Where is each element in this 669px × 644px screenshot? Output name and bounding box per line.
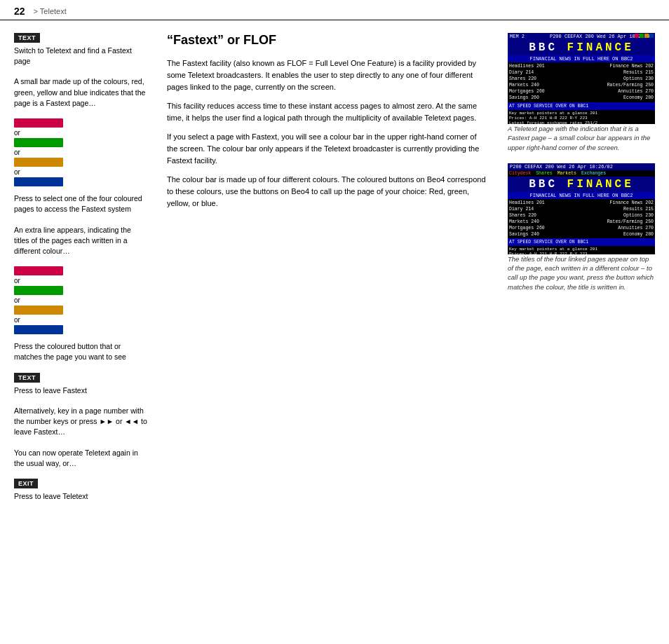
tt-finance-2: FINANCE bbox=[567, 178, 634, 191]
colour-bar-row-or3: or bbox=[14, 168, 147, 176]
tt-finance-1: FINANCE bbox=[567, 41, 634, 54]
blue-bar bbox=[14, 177, 63, 186]
sidebar-block-6: TEXT Press to leave Fastext bbox=[14, 373, 147, 396]
main-text-area: “Fastext” or FLOF The Fastext facility (… bbox=[154, 33, 501, 512]
tt-speed-1: AT SPEED SERVICE OVER ON BBC1 bbox=[508, 102, 655, 110]
text-button[interactable]: TEXT bbox=[14, 33, 40, 43]
header: 22 > Teletext bbox=[0, 0, 669, 20]
main-para-1: The Fastext facility (also known as FLOF… bbox=[167, 57, 488, 93]
tt-top-bar-1: MEM 2 P200 CEEFAX 200 Wed 26 Apr 10:24/9… bbox=[508, 33, 655, 40]
tab-shares: Shares bbox=[536, 171, 552, 176]
tt-footer-1: Key market pointers at a glance 201 Pric… bbox=[508, 110, 655, 124]
tt-top-bar-2: P200 CEEFAX 200 Wed 26 Apr 10:26/02 bbox=[508, 163, 655, 170]
red-bar bbox=[14, 118, 63, 128]
tt-title-bar-2: BBC FINANCE bbox=[508, 177, 655, 192]
sidebar-block-9: EXIT Press to leave Teletext bbox=[14, 479, 147, 502]
breadcrumb: > Teletext bbox=[34, 7, 67, 15]
tt-speed-2: AT SPEED SERVICE OVER ON BBC1 bbox=[508, 238, 655, 246]
tt-bbc-1: BBC bbox=[529, 41, 567, 54]
sidebar-block-3: or or or bbox=[14, 118, 147, 214]
main-para-4: The colour bar is made up of four differ… bbox=[167, 174, 488, 210]
teletext-image-2: P200 CEEFAX 200 Wed 26 Apr 10:26/02 City… bbox=[508, 163, 655, 292]
indicator-red bbox=[635, 34, 639, 38]
page-number: 22 bbox=[14, 6, 25, 17]
teletext-image-1: MEM 2 P200 CEEFAX 200 Wed 26 Apr 10:24/9… bbox=[508, 33, 655, 152]
colour-bar-row2-or1: or bbox=[14, 277, 147, 285]
exit-button[interactable]: EXIT bbox=[14, 479, 38, 488]
green-bar-2 bbox=[14, 286, 63, 295]
tt-top-bar-text-1: MEM 2 bbox=[510, 34, 525, 39]
colour-bar-row-red bbox=[14, 118, 147, 128]
yellow-bar bbox=[14, 158, 63, 167]
tt-content-1: Headlines 201Finance News 202 Diary 214R… bbox=[508, 62, 655, 102]
left-sidebar: TEXT Switch to Teletext and find a Faste… bbox=[14, 33, 154, 512]
colour-bar-group-1: or or or bbox=[14, 118, 147, 186]
tt-footer-2: Key market pointers at a glance 201 Pric… bbox=[508, 246, 655, 254]
colour-bar-row-or1: or bbox=[14, 129, 147, 137]
content-area: TEXT Switch to Teletext and find a Faste… bbox=[0, 20, 669, 526]
green-bar bbox=[14, 138, 63, 147]
sidebar-block-1: TEXT Switch to Teletext and find a Faste… bbox=[14, 33, 147, 67]
colour-bar-group-2: or or or bbox=[14, 266, 147, 334]
colour-bar-row-green bbox=[14, 138, 147, 147]
sidebar-block-5: or or or bbox=[14, 266, 147, 362]
tt-caption-2: The titles of the four linked pages appe… bbox=[508, 254, 655, 292]
sidebar-text-4: An extra line appears, indicating the ti… bbox=[14, 225, 147, 257]
sidebar-block-8: You can now operate Teletext again in th… bbox=[14, 448, 147, 469]
page-wrapper: 22 > Teletext TEXT Switch to Teletext an… bbox=[0, 0, 669, 644]
sidebar-block-7: Alternatively, key in a page number with… bbox=[14, 406, 147, 438]
images-wrapper: MEM 2 P200 CEEFAX 200 Wed 26 Apr 10:24/9… bbox=[508, 33, 655, 292]
sidebar-block-4: An extra line appears, indicating the ti… bbox=[14, 225, 147, 257]
colour-bar-row2-or3: or bbox=[14, 316, 147, 324]
sidebar-text-3: Press to select one of the four coloured… bbox=[14, 193, 147, 214]
sidebar-text-9: Press to leave Teletext bbox=[14, 491, 147, 502]
tt-subtitle-2: FINANCIAL NEWS IN FULL HERE ON BBC2 bbox=[508, 192, 655, 199]
tt-screen-2: P200 CEEFAX 200 Wed 26 Apr 10:26/02 City… bbox=[508, 163, 655, 254]
main-para-2: This facility reduces access time to the… bbox=[167, 100, 488, 124]
tab-markets: Markets bbox=[558, 171, 576, 176]
indicator-green bbox=[640, 34, 644, 38]
colour-indicator-1 bbox=[635, 34, 654, 38]
tt-content-2: Headlines 201Finance News 202 Diary 214R… bbox=[508, 199, 655, 239]
tt-caption-1: A Teletext page with the indication that… bbox=[508, 124, 655, 152]
main-para-3: If you select a page with Fastext, you w… bbox=[167, 131, 488, 167]
yellow-bar-2 bbox=[14, 306, 63, 315]
sidebar-text-1: Switch to Teletext and find a Fastext pa… bbox=[14, 46, 147, 67]
right-images: MEM 2 P200 CEEFAX 200 Wed 26 Apr 10:24/9… bbox=[501, 33, 655, 512]
colour-bar-row-blue bbox=[14, 177, 147, 186]
blue-bar-2 bbox=[14, 325, 63, 334]
sidebar-text-7: Alternatively, key in a page number with… bbox=[14, 406, 147, 438]
colour-bar-row2-blue bbox=[14, 325, 147, 334]
colour-bar-row-yellow bbox=[14, 158, 147, 167]
section-heading: “Fastext” or FLOF bbox=[167, 33, 488, 48]
sidebar-text-5: Press the coloured button that or matche… bbox=[14, 341, 147, 362]
tt-top-bar-text-2: P200 CEEFAX 200 Wed 26 Apr 10:26/02 bbox=[510, 164, 613, 170]
tt-bbc-2: BBC bbox=[529, 178, 567, 191]
red-bar-2 bbox=[14, 266, 63, 275]
sidebar-block-2: A small bar made up of the colours, red,… bbox=[14, 76, 147, 109]
tt-subtitle-1: FINANCIAL NEWS IN FULL HERE ON BBC2 bbox=[508, 55, 655, 62]
tt-title-bar-1: BBC FINANCE bbox=[508, 40, 655, 55]
text-button-2[interactable]: TEXT bbox=[14, 373, 40, 383]
colour-bar-row2-red bbox=[14, 266, 147, 275]
colour-bar-row2-yellow bbox=[14, 306, 147, 315]
colour-bar-row2-green bbox=[14, 286, 147, 295]
sidebar-text-2: A small bar made up of the colours, red,… bbox=[14, 76, 147, 109]
tab-exchanges: Exchanges bbox=[581, 171, 606, 176]
tt-tabs-2: Citydesk Shares Markets Exchanges bbox=[508, 170, 655, 177]
colour-bar-row-or2: or bbox=[14, 149, 147, 156]
sidebar-text-8: You can now operate Teletext again in th… bbox=[14, 448, 147, 469]
indicator-yellow bbox=[644, 34, 649, 38]
tt-screen-1: MEM 2 P200 CEEFAX 200 Wed 26 Apr 10:24/9… bbox=[508, 33, 655, 124]
tab-citydesk: Citydesk bbox=[509, 171, 531, 176]
sidebar-text-6: Press to leave Fastext bbox=[14, 385, 147, 396]
colour-bar-row2-or2: or bbox=[14, 296, 147, 304]
indicator-blue bbox=[649, 34, 654, 38]
